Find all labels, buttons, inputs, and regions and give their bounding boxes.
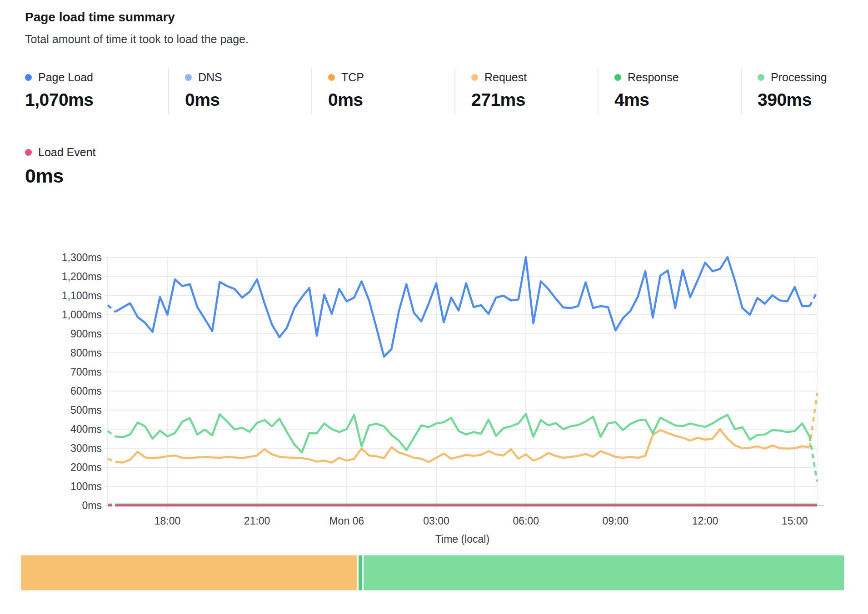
series-page-load <box>108 305 115 312</box>
y-axis-tick-label: 700ms <box>70 366 102 378</box>
metric-label: Response <box>628 71 679 84</box>
page-load-legend-dot <box>25 74 32 81</box>
timeline-bar-segment-3[interactable] <box>364 555 844 590</box>
metric-value: 390ms <box>758 90 868 110</box>
x-axis-tick-label: Mon 06 <box>329 515 364 527</box>
timeline-bar-segment-2[interactable] <box>359 555 362 590</box>
metric-label: Processing <box>771 71 827 84</box>
y-axis-tick-label: 800ms <box>70 347 102 359</box>
x-axis-tick-label: 12:00 <box>692 515 718 527</box>
x-axis-tick-label: 21:00 <box>244 515 270 527</box>
y-axis-tick-label: 1,000ms <box>62 309 102 321</box>
tcp-legend-dot <box>328 74 335 81</box>
x-axis-tick-label: 15:00 <box>782 515 808 527</box>
dns-legend-dot <box>185 74 192 81</box>
chart-canvas[interactable]: 1,300ms1,200ms1,100ms1,000ms900ms800ms70… <box>0 195 868 554</box>
x-axis-tick-label: 09:00 <box>603 515 629 527</box>
y-axis-tick-label: 1,100ms <box>62 290 102 302</box>
metric-label: Page Load <box>38 71 93 84</box>
metric-page-load: Page Load 1,070ms <box>25 68 168 114</box>
metric-value: 0ms <box>25 165 168 187</box>
metric-response: Response 4ms <box>598 68 741 114</box>
y-axis-tick-label: 1,200ms <box>62 271 102 282</box>
response-legend-dot <box>614 74 621 81</box>
x-axis-title: Time (local) <box>435 533 489 545</box>
page-load-summary-panel: Page load time summary Total amount of t… <box>0 0 868 614</box>
y-axis-tick-label: 500ms <box>70 404 102 416</box>
series-page-load <box>810 292 817 307</box>
y-axis-tick-label: 1,300ms <box>62 252 102 263</box>
metric-label: DNS <box>198 71 222 84</box>
metric-processing: Processing 390ms <box>741 68 868 114</box>
processing-legend-dot <box>758 74 764 81</box>
metric-label: Load Event <box>38 146 96 159</box>
metric-value: 0ms <box>185 90 311 110</box>
metric-value: 0ms <box>328 90 454 110</box>
load-time-line-chart[interactable]: 1,300ms1,200ms1,100ms1,000ms900ms800ms70… <box>0 195 868 554</box>
metric-dns: DNS 0ms <box>168 68 311 114</box>
y-axis-tick-label: 300ms <box>70 442 102 454</box>
series-request <box>108 459 115 462</box>
x-axis-tick-label: 03:00 <box>423 515 449 527</box>
timeline-bar-segment-1[interactable] <box>21 555 357 590</box>
metric-tcp: TCP 0ms <box>311 68 454 114</box>
x-axis-tick-label: 06:00 <box>513 515 539 527</box>
y-axis-tick-label: 900ms <box>70 328 102 340</box>
metric-value: 1,070ms <box>25 90 168 110</box>
metric-request: Request 271ms <box>454 68 598 114</box>
metric-label: TCP <box>341 71 364 84</box>
load-event-legend-dot <box>25 149 32 156</box>
metric-label: Request <box>484 71 527 84</box>
request-legend-dot <box>471 74 478 81</box>
status-timeline-bar[interactable] <box>21 555 844 590</box>
series-processing <box>108 431 115 436</box>
page-title: Page load time summary <box>25 10 175 25</box>
page-subtitle: Total amount of time it took to load the… <box>25 33 249 46</box>
metrics-row-2: Load Event 0ms <box>25 143 168 192</box>
y-axis-tick-label: 100ms <box>70 480 102 492</box>
metric-value: 4ms <box>614 90 741 110</box>
x-axis-tick-label: 18:00 <box>155 515 181 527</box>
metrics-row: Page Load 1,070ms DNS 0ms TCP 0ms Reques… <box>25 68 868 114</box>
y-axis-tick-label: 400ms <box>70 423 102 435</box>
y-axis-tick-label: 600ms <box>70 385 102 397</box>
metric-value: 271ms <box>471 90 598 110</box>
y-axis-tick-label: 200ms <box>70 461 102 473</box>
y-axis-tick-label: 0ms <box>82 500 102 511</box>
metric-load-event: Load Event 0ms <box>25 143 168 192</box>
